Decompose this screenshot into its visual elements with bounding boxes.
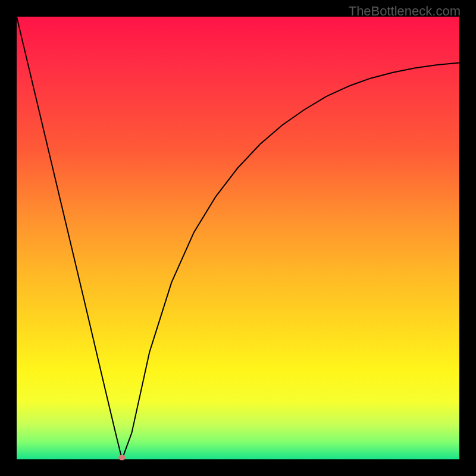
plot-area bbox=[17, 17, 459, 459]
minimum-marker-dot bbox=[118, 455, 126, 461]
chart-container: TheBottleneck.com bbox=[0, 0, 476, 476]
bottleneck-curve bbox=[17, 17, 459, 459]
watermark-text: TheBottleneck.com bbox=[349, 4, 461, 19]
